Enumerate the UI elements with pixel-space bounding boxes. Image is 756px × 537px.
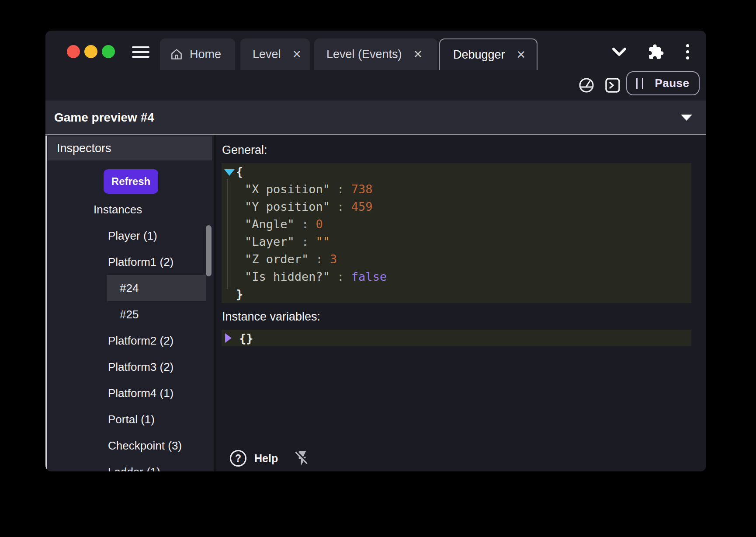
expand-arrow-icon[interactable] xyxy=(224,169,235,176)
list-item-label: Portal (1) xyxy=(108,413,155,426)
general-json-view: {"X position" : 738"Y position" : 459"An… xyxy=(222,163,691,303)
console-icon[interactable] xyxy=(604,77,621,94)
tree-root-instances[interactable]: Instances xyxy=(47,196,214,223)
list-item-label: Platform3 (2) xyxy=(108,360,173,374)
list-item[interactable]: Platform4 (1) xyxy=(47,380,214,406)
help-label[interactable]: Help xyxy=(254,452,278,465)
tab-level-events[interactable]: Level (Events) ✕ xyxy=(314,38,437,70)
instance-variables-label: Instance variables: xyxy=(222,310,320,324)
tab-home[interactable]: Home xyxy=(160,38,235,70)
general-section-label: General: xyxy=(222,143,267,157)
json-line: { xyxy=(222,163,691,181)
close-icon[interactable]: ✕ xyxy=(517,49,526,60)
refresh-button[interactable]: Refresh xyxy=(104,169,158,194)
game-preview-title: Game preview #4 xyxy=(54,111,154,125)
home-icon xyxy=(170,47,184,61)
list-item[interactable]: Portal (1) xyxy=(47,406,214,432)
tab-label: Level xyxy=(253,48,281,61)
app-window: Home Level ✕ Level (Events) ✕ Debugger ✕ xyxy=(45,31,706,471)
debugger-toolbar: Pause xyxy=(45,70,706,101)
instance-variables-json-view: {} xyxy=(222,330,691,346)
list-item[interactable]: #25 xyxy=(47,301,214,328)
list-item-label: Checkpoint (3) xyxy=(108,439,182,453)
game-preview-selector[interactable]: Game preview #4 xyxy=(45,101,706,134)
json-line: "Is hidden?" : false xyxy=(222,268,691,286)
traffic-close-button[interactable] xyxy=(67,45,80,58)
chevron-down-icon[interactable] xyxy=(612,47,627,57)
collapse-arrow-icon[interactable] xyxy=(225,333,232,343)
list-item-label: #25 xyxy=(120,308,139,321)
instance-tree: InstancesPlayer (1)Platform1 (2)#24#25Pl… xyxy=(47,196,214,471)
close-icon[interactable]: ✕ xyxy=(413,49,423,60)
pause-button-label: Pause xyxy=(655,77,689,90)
close-icon[interactable]: ✕ xyxy=(292,49,302,60)
inspectors-sidebar: Inspectors Refresh InstancesPlayer (1)Pl… xyxy=(47,135,214,471)
flash-off-icon[interactable] xyxy=(294,449,311,467)
main-menu-icon[interactable] xyxy=(132,46,149,58)
list-item-label: Player (1) xyxy=(108,229,157,243)
profiler-gauge-icon[interactable] xyxy=(578,77,595,94)
tab-label: Home xyxy=(190,48,221,61)
tab-label: Debugger xyxy=(453,48,505,62)
list-item-label: Platform4 (1) xyxy=(108,387,173,400)
json-line: "Angle" : 0 xyxy=(222,216,691,233)
inspectors-title: Inspectors xyxy=(57,142,111,155)
traffic-minimize-button[interactable] xyxy=(84,45,97,58)
list-item[interactable]: Platform1 (2) xyxy=(47,249,214,275)
list-item[interactable]: #24 xyxy=(47,275,214,301)
list-item[interactable]: Platform2 (2) xyxy=(47,328,214,354)
inspectors-header: Inspectors xyxy=(48,136,212,160)
dropdown-caret-icon[interactable] xyxy=(681,115,692,121)
list-item[interactable]: Platform3 (2) xyxy=(47,354,214,380)
json-line: "Z order" : 3 xyxy=(222,251,691,268)
list-item[interactable]: Player (1) xyxy=(47,223,214,249)
list-item-label: #24 xyxy=(120,282,139,295)
list-item[interactable]: Checkpoint (3) xyxy=(47,432,214,459)
list-item[interactable]: Ladder (1) xyxy=(47,459,214,471)
help-row: ? Help xyxy=(230,449,311,467)
list-item-label: Platform2 (2) xyxy=(108,334,173,348)
extensions-puzzle-icon[interactable] xyxy=(648,44,664,60)
list-item-label: Instances xyxy=(94,203,142,216)
json-line: "X position" : 738 xyxy=(222,181,691,198)
more-options-kebab-icon[interactable] xyxy=(686,44,690,63)
tab-debugger[interactable]: Debugger ✕ xyxy=(439,38,538,70)
titlebar: Home Level ✕ Level (Events) ✕ Debugger ✕ xyxy=(45,31,706,70)
json-line: "Y position" : 459 xyxy=(222,198,691,216)
json-line: } xyxy=(222,286,691,303)
help-icon[interactable]: ? xyxy=(230,450,246,467)
list-item-label: Ladder (1) xyxy=(108,465,160,472)
tab-level[interactable]: Level ✕ xyxy=(240,38,310,70)
variables-preview: {} xyxy=(239,331,253,345)
json-line: "Layer" : "" xyxy=(222,233,691,251)
traffic-zoom-button[interactable] xyxy=(102,45,115,58)
sidebar-scrollbar[interactable] xyxy=(206,225,212,276)
list-item-label: Platform1 (2) xyxy=(108,255,173,269)
indent-guide xyxy=(227,179,228,289)
pause-icon xyxy=(636,78,643,89)
inspector-detail-panel: General: {"X position" : 738"Y position"… xyxy=(216,135,706,471)
pause-button[interactable]: Pause xyxy=(626,71,700,95)
tab-label: Level (Events) xyxy=(326,48,402,61)
